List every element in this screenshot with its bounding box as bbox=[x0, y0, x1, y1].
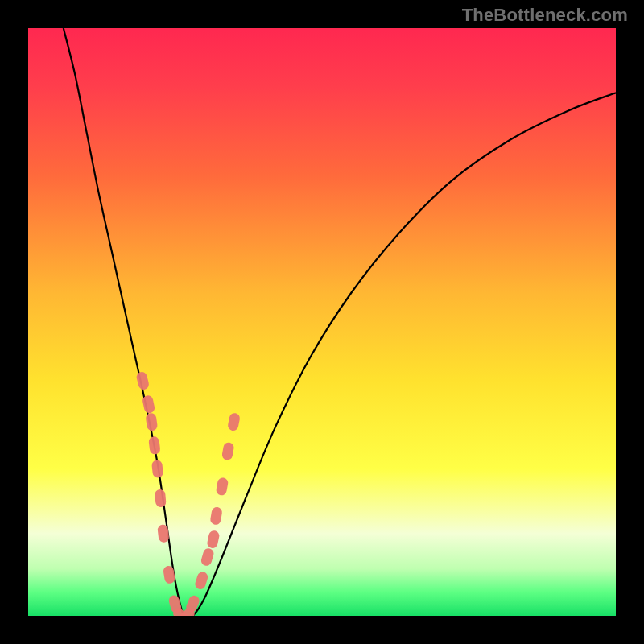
curve-marker bbox=[206, 530, 220, 549]
curve-marker bbox=[227, 412, 241, 431]
curve-marker bbox=[200, 547, 215, 568]
chart-frame: TheBottleneck.com bbox=[0, 0, 644, 644]
curve-marker bbox=[155, 489, 167, 507]
watermark-text: TheBottleneck.com bbox=[462, 5, 628, 26]
curve-marker bbox=[209, 506, 222, 526]
curve-marker bbox=[216, 477, 229, 496]
marker-group bbox=[135, 371, 241, 616]
bottleneck-curve bbox=[64, 28, 616, 616]
curve-marker bbox=[145, 412, 158, 431]
curve-marker bbox=[151, 460, 163, 478]
curve-marker bbox=[148, 436, 161, 455]
plot-area bbox=[28, 28, 616, 616]
curve-svg bbox=[28, 28, 616, 616]
curve-marker bbox=[135, 371, 150, 390]
curve-marker bbox=[221, 442, 235, 461]
curve-marker bbox=[194, 571, 209, 591]
